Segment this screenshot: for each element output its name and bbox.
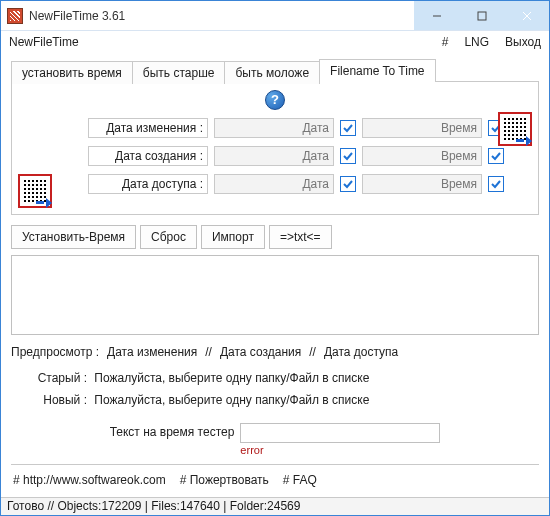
label-modified: Дата изменения : — [88, 118, 208, 138]
app-icon — [7, 8, 23, 24]
preview-line: Предпросмотр : Дата изменения // Дата со… — [11, 345, 539, 359]
field-modified-time[interactable]: Время — [362, 118, 482, 138]
minimize-icon — [432, 11, 442, 21]
tester-error: error — [240, 444, 440, 456]
preview-created: Дата создания — [220, 345, 301, 359]
preview-modified: Дата изменения — [107, 345, 197, 359]
import-icon[interactable] — [18, 174, 52, 208]
help-icon[interactable]: ? — [265, 90, 285, 110]
app-window: NewFileTime 3.61 NewFileTime # LNG Выход… — [0, 0, 550, 516]
menu-exit[interactable]: Выход — [505, 35, 541, 49]
window-title: NewFileTime 3.61 — [29, 9, 125, 23]
menu-lng[interactable]: LNG — [464, 35, 489, 49]
status-text: Готово // Objects:172209 | Files:147640 … — [7, 499, 300, 513]
link-website[interactable]: # http://www.softwareok.com — [13, 473, 166, 487]
label-created: Дата создания : — [88, 146, 208, 166]
tab-be-older[interactable]: быть старше — [132, 61, 226, 84]
set-time-button[interactable]: Установить-Время — [11, 225, 136, 249]
titlebar: NewFileTime 3.61 — [1, 1, 549, 31]
field-created-time[interactable]: Время — [362, 146, 482, 166]
action-buttons: Установить-Время Сброс Импорт =>txt<= — [11, 225, 539, 249]
tab-set-time[interactable]: установить время — [11, 61, 133, 84]
maximize-icon — [477, 11, 487, 21]
tester-row: Текст на время тестер error — [11, 423, 539, 456]
field-accessed-time[interactable]: Время — [362, 174, 482, 194]
export-icon[interactable] — [498, 112, 532, 146]
checkbox-modified-date[interactable] — [340, 120, 356, 136]
reset-button[interactable]: Сброс — [140, 225, 197, 249]
link-faq[interactable]: # FAQ — [283, 473, 317, 487]
txt-button[interactable]: =>txt<= — [269, 225, 332, 249]
tester-input[interactable] — [240, 423, 440, 443]
field-created-date[interactable]: Дата — [214, 146, 334, 166]
tab-be-younger[interactable]: быть моложе — [224, 61, 320, 84]
date-form: Дата изменения : Дата Время Дата создани… — [22, 118, 528, 194]
menu-app[interactable]: NewFileTime — [9, 35, 79, 49]
maximize-button[interactable] — [459, 1, 504, 30]
menu-hash[interactable]: # — [442, 35, 449, 49]
svg-rect-1 — [478, 12, 486, 20]
checkbox-accessed-date[interactable] — [340, 176, 356, 192]
tab-filename-to-time[interactable]: Filename To Time — [319, 59, 435, 82]
minimize-button[interactable] — [414, 1, 459, 30]
field-modified-date[interactable]: Дата — [214, 118, 334, 138]
tabs: установить время быть старше быть моложе… — [11, 59, 539, 82]
new-message: Новый : Пожалуйста, выберите одну папку/… — [33, 393, 539, 407]
tester-label: Текст на время тестер — [110, 423, 235, 439]
close-icon — [522, 11, 532, 21]
checkbox-accessed-time[interactable] — [488, 176, 504, 192]
import-button[interactable]: Импорт — [201, 225, 265, 249]
menubar: NewFileTime # LNG Выход — [1, 31, 549, 53]
checkbox-created-time[interactable] — [488, 148, 504, 164]
statusbar: Готово // Objects:172209 | Files:147640 … — [1, 497, 549, 515]
preview-label: Предпросмотр : — [11, 345, 99, 359]
preview-accessed: Дата доступа — [324, 345, 398, 359]
footer-links: # http://www.softwareok.com # Пожертвова… — [11, 471, 539, 493]
content-area: установить время быть старше быть моложе… — [1, 53, 549, 497]
field-accessed-date[interactable]: Дата — [214, 174, 334, 194]
close-button[interactable] — [504, 1, 549, 30]
link-donate[interactable]: # Пожертвовать — [180, 473, 269, 487]
file-list[interactable] — [11, 255, 539, 335]
label-accessed: Дата доступа : — [88, 174, 208, 194]
separator — [11, 464, 539, 465]
tab-panel: ? Дата изменения : Дата Время Дата созда… — [11, 81, 539, 215]
checkbox-created-date[interactable] — [340, 148, 356, 164]
old-message: Старый : Пожалуйста, выберите одну папку… — [33, 371, 539, 385]
